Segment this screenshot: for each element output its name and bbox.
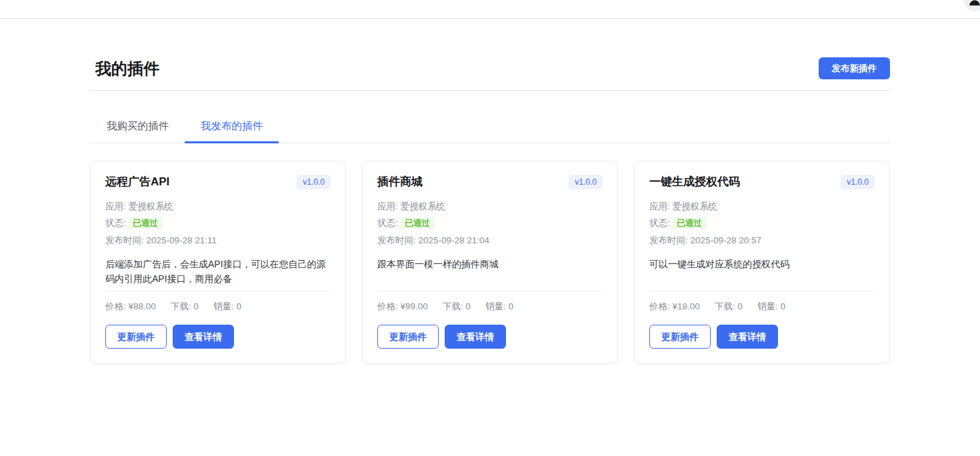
plugin-description: 后端添加广告后，会生成API接口，可以在您自己的源码内引用此API接口，商用必备 xyxy=(105,257,331,291)
user-avatar[interactable] xyxy=(963,0,980,11)
plugin-card: 插件商城 v1.0.0 应用: 爱授权系统 状态: 已通过 发布时间: 2025… xyxy=(362,161,618,364)
card-divider xyxy=(105,291,331,291)
version-badge: v1.0.0 xyxy=(569,175,603,189)
card-actions: 更新插件 查看详情 xyxy=(377,325,603,349)
publish-time-label: 发布时间: xyxy=(105,235,144,245)
card-divider xyxy=(649,291,875,291)
plugin-name: 一键生成授权代码 xyxy=(649,175,740,189)
publish-time-label: 发布时间: xyxy=(649,235,688,245)
status-label: 状态: xyxy=(105,218,126,228)
meta-publish-time: 发布时间: 2025-09-28 21:11 xyxy=(105,235,331,246)
app-label: 应用: xyxy=(649,201,670,211)
main-content: 我的插件 发布新插件 我购买的插件 我发布的插件 远程广告API v1.0.0 … xyxy=(90,57,890,364)
sales-stat: 销量: 0 xyxy=(757,301,785,312)
meta-publish-time: 发布时间: 2025-09-28 21:04 xyxy=(377,235,603,246)
app-value: 爱授权系统 xyxy=(401,201,446,211)
meta-status: 状态: 已通过 xyxy=(105,217,331,229)
meta-publish-time: 发布时间: 2025-09-28 20:57 xyxy=(649,235,875,246)
status-badge: 已通过 xyxy=(401,217,435,229)
plugin-description: 可以一键生成对应系统的授权代码 xyxy=(649,257,875,291)
status-badge: 已通过 xyxy=(673,217,707,229)
card-actions: 更新插件 查看详情 xyxy=(105,325,331,349)
card-actions: 更新插件 查看详情 xyxy=(649,325,875,349)
price-stat: 价格: ¥18.00 xyxy=(649,301,700,312)
plugin-card-header: 插件商城 v1.0.0 xyxy=(377,175,603,189)
app-label: 应用: xyxy=(377,201,398,211)
stats-row: 价格: ¥99.00 下载: 0 销量: 0 xyxy=(377,301,603,312)
view-details-button[interactable]: 查看详情 xyxy=(445,325,506,349)
publish-new-plugin-button[interactable]: 发布新插件 xyxy=(819,57,891,79)
meta-app: 应用: 爱授权系统 xyxy=(377,201,603,212)
version-badge: v1.0.0 xyxy=(297,175,331,189)
status-label: 状态: xyxy=(377,218,398,228)
downloads-stat: 下载: 0 xyxy=(443,301,471,312)
tab-purchased-plugins[interactable]: 我购买的插件 xyxy=(91,111,185,143)
meta-status: 状态: 已通过 xyxy=(649,217,875,229)
sales-stat: 销量: 0 xyxy=(485,301,513,312)
top-navbar xyxy=(0,0,980,19)
update-plugin-button[interactable]: 更新插件 xyxy=(377,325,439,349)
version-badge: v1.0.0 xyxy=(841,175,875,189)
status-badge: 已通过 xyxy=(129,217,163,229)
page-title: 我的插件 xyxy=(95,59,159,79)
publish-time-value: 2025-09-28 21:11 xyxy=(147,235,217,245)
plugin-card-header: 一键生成授权代码 v1.0.0 xyxy=(649,175,875,189)
publish-time-value: 2025-09-28 20:57 xyxy=(691,235,762,245)
plugin-cards-grid: 远程广告API v1.0.0 应用: 爱授权系统 状态: 已通过 发布时间: 2… xyxy=(90,161,890,364)
meta-app: 应用: 爱授权系统 xyxy=(649,201,875,212)
plugin-name: 远程广告API xyxy=(105,175,169,189)
plugin-card: 一键生成授权代码 v1.0.0 应用: 爱授权系统 状态: 已通过 发布时间: … xyxy=(634,161,890,364)
page-header: 我的插件 发布新插件 xyxy=(90,57,890,91)
plugin-card-header: 远程广告API v1.0.0 xyxy=(105,175,331,189)
downloads-stat: 下载: 0 xyxy=(715,301,743,312)
tab-published-plugins[interactable]: 我发布的插件 xyxy=(185,111,279,143)
card-divider xyxy=(377,291,603,291)
stats-row: 价格: ¥88.00 下载: 0 销量: 0 xyxy=(105,301,331,312)
status-label: 状态: xyxy=(649,218,670,228)
stats-row: 价格: ¥18.00 下载: 0 销量: 0 xyxy=(649,301,875,312)
publish-time-label: 发布时间: xyxy=(377,235,416,245)
view-details-button[interactable]: 查看详情 xyxy=(173,325,234,349)
meta-status: 状态: 已通过 xyxy=(377,217,603,229)
price-stat: 价格: ¥88.00 xyxy=(105,301,156,312)
price-stat: 价格: ¥99.00 xyxy=(377,301,428,312)
downloads-stat: 下载: 0 xyxy=(171,301,199,312)
update-plugin-button[interactable]: 更新插件 xyxy=(105,325,167,349)
sales-stat: 销量: 0 xyxy=(213,301,241,312)
plugin-description: 跟本界面一模一样的插件商城 xyxy=(377,257,603,291)
app-label: 应用: xyxy=(105,201,126,211)
view-details-button[interactable]: 查看详情 xyxy=(717,325,778,349)
user-icon xyxy=(967,0,980,7)
plugin-name: 插件商城 xyxy=(377,175,423,189)
publish-time-value: 2025-09-28 21:04 xyxy=(419,235,490,245)
tabs-bar: 我购买的插件 我发布的插件 xyxy=(90,111,890,143)
update-plugin-button[interactable]: 更新插件 xyxy=(649,325,711,349)
plugin-card: 远程广告API v1.0.0 应用: 爱授权系统 状态: 已通过 发布时间: 2… xyxy=(90,161,346,364)
app-value: 爱授权系统 xyxy=(129,201,174,211)
app-value: 爱授权系统 xyxy=(673,201,718,211)
meta-app: 应用: 爱授权系统 xyxy=(105,201,331,212)
